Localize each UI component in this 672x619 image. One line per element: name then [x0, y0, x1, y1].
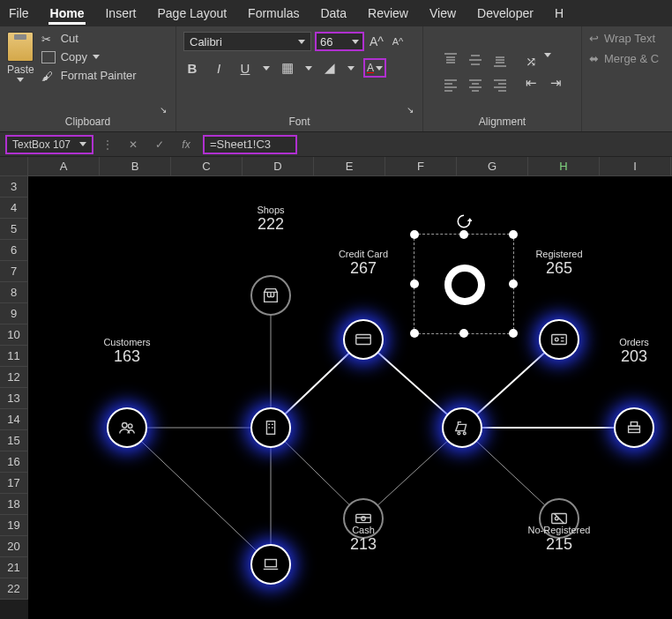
row-header[interactable]: 20: [0, 536, 28, 557]
svg-point-37: [555, 517, 558, 520]
cancel-formula-icon[interactable]: ✕: [123, 135, 143, 154]
font-name-select[interactable]: Calibri: [183, 32, 311, 51]
row-header[interactable]: 9: [0, 303, 28, 324]
bold-button[interactable]: B: [183, 59, 201, 77]
col-header[interactable]: A: [28, 157, 100, 175]
cut-button[interactable]: ✂Cut: [41, 32, 137, 45]
node-no-registered[interactable]: No-Registered215: [539, 498, 579, 539]
fx-icon[interactable]: fx: [176, 135, 196, 154]
merge-button[interactable]: ⬌Merge & C: [589, 52, 665, 65]
align-middle-icon[interactable]: [465, 49, 486, 71]
svg-rect-14: [356, 335, 371, 345]
col-header[interactable]: G: [457, 157, 528, 175]
decrease-font-icon[interactable]: A^: [389, 33, 407, 50]
ribbon: Paste ✂Cut Copy 🖌Format Painter Clipboar…: [0, 26, 672, 132]
node-customers[interactable]: Customers163: [107, 407, 147, 448]
col-header[interactable]: E: [314, 157, 385, 175]
col-header[interactable]: I: [600, 157, 671, 175]
col-header[interactable]: F: [385, 157, 457, 175]
col-header[interactable]: B: [100, 157, 171, 175]
font-launcher-icon[interactable]: ↘: [407, 105, 414, 115]
row-header[interactable]: 7: [0, 261, 28, 282]
align-right-icon[interactable]: [489, 74, 511, 95]
increase-font-icon[interactable]: A^: [368, 33, 385, 50]
paste-button[interactable]: Paste: [7, 63, 34, 76]
ribbon-tabs: File Home Insert Page Layout Formulas Da…: [0, 0, 672, 26]
tab-insert[interactable]: Insert: [103, 3, 138, 24]
svg-rect-16: [552, 335, 567, 345]
building-icon: [261, 418, 280, 437]
col-header[interactable]: D: [243, 157, 314, 175]
font-size-select[interactable]: 66: [315, 32, 364, 51]
tab-data[interactable]: Data: [318, 3, 348, 24]
tab-home[interactable]: Home: [49, 3, 86, 25]
row-header[interactable]: 6: [0, 240, 28, 261]
row-header[interactable]: 14: [0, 409, 28, 430]
row-header[interactable]: 4: [0, 198, 28, 219]
row-header[interactable]: 13: [0, 388, 28, 409]
row-header[interactable]: 18: [0, 494, 28, 515]
col-header[interactable]: H: [528, 157, 600, 175]
node-orders[interactable]: Orders203: [614, 407, 654, 448]
paste-dropdown-icon[interactable]: [17, 78, 24, 82]
tab-formulas[interactable]: Formulas: [246, 3, 301, 24]
row-header[interactable]: 16: [0, 451, 28, 473]
row-header[interactable]: 8: [0, 282, 28, 303]
svg-point-17: [555, 338, 558, 341]
tab-review[interactable]: Review: [366, 3, 410, 24]
row-header[interactable]: 10: [0, 324, 28, 346]
tab-page-layout[interactable]: Page Layout: [155, 3, 228, 24]
row-header[interactable]: 5: [0, 219, 28, 240]
fill-color-button[interactable]: ◢: [321, 59, 339, 77]
copy-button[interactable]: Copy: [41, 50, 137, 63]
selected-ring-shape[interactable]: [444, 265, 485, 305]
align-top-icon[interactable]: [440, 49, 461, 71]
col-header[interactable]: C: [171, 157, 243, 175]
row-header[interactable]: 22: [0, 578, 28, 600]
row-header[interactable]: 11: [0, 346, 28, 367]
align-left-icon[interactable]: [440, 74, 461, 95]
tab-developer[interactable]: Developer: [475, 3, 535, 24]
node-cash[interactable]: Cash213: [343, 498, 384, 539]
svg-rect-22: [266, 421, 274, 435]
node-registered[interactable]: Registered265: [539, 319, 579, 360]
font-color-button[interactable]: A: [363, 58, 386, 78]
row-header[interactable]: 12: [0, 367, 28, 388]
border-button[interactable]: ▦: [279, 59, 296, 77]
orientation-icon[interactable]: ⤮: [523, 53, 541, 71]
row-header[interactable]: 19: [0, 515, 28, 536]
register-icon: [624, 418, 644, 437]
format-painter-button[interactable]: 🖌Format Painter: [41, 69, 137, 82]
node-laptop[interactable]: [250, 544, 291, 585]
node-credit-card[interactable]: Credit Card267: [343, 319, 384, 360]
increase-indent-icon[interactable]: ⇥: [548, 74, 565, 92]
row-header[interactable]: 3: [0, 176, 28, 198]
row-header[interactable]: 17: [0, 473, 28, 494]
alignment-group-label: Alignment: [479, 116, 526, 128]
node-building[interactable]: [250, 407, 291, 448]
svg-point-21: [128, 424, 132, 429]
row-header[interactable]: 21: [0, 557, 28, 578]
rotate-handle-icon[interactable]: [456, 213, 472, 229]
italic-button[interactable]: I: [210, 59, 228, 77]
selection-box[interactable]: [414, 234, 514, 334]
clipboard-launcher-icon[interactable]: ↘: [160, 105, 167, 115]
align-bottom-icon[interactable]: [489, 49, 511, 71]
decrease-indent-icon[interactable]: ⇤: [523, 74, 541, 92]
node-shops[interactable]: Shops222: [250, 275, 291, 316]
enter-formula-icon[interactable]: ✓: [150, 135, 169, 154]
tab-more[interactable]: H: [553, 3, 565, 24]
tab-view[interactable]: View: [428, 3, 458, 24]
cart-icon: [452, 418, 472, 437]
clipboard-group-label: Clipboard: [65, 116, 110, 128]
align-center-icon[interactable]: [465, 74, 486, 95]
underline-button[interactable]: U: [236, 59, 254, 77]
tab-file[interactable]: File: [7, 3, 31, 24]
name-box[interactable]: TextBox 107: [5, 135, 93, 154]
node-shipping[interactable]: [442, 407, 482, 448]
wrap-text-button[interactable]: ↩Wrap Text: [589, 32, 665, 45]
formula-input[interactable]: =Sheet1!C3: [203, 135, 297, 154]
paste-icon[interactable]: [7, 32, 34, 62]
row-header[interactable]: 15: [0, 430, 28, 451]
select-all-corner[interactable]: [0, 157, 28, 175]
